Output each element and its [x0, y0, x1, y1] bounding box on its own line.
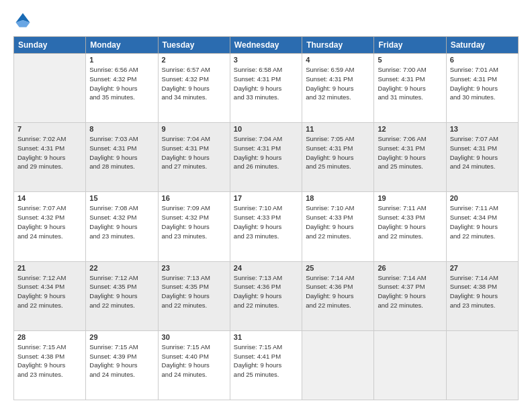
calendar-cell: 22Sunrise: 7:12 AM Sunset: 4:35 PM Dayli…	[86, 261, 158, 330]
day-number: 24	[234, 264, 298, 272]
calendar-cell: 24Sunrise: 7:13 AM Sunset: 4:36 PM Dayli…	[230, 261, 302, 330]
day-info: Sunrise: 7:01 AM Sunset: 4:31 PM Dayligh…	[450, 65, 515, 102]
calendar-cell: 31Sunrise: 7:15 AM Sunset: 4:41 PM Dayli…	[230, 330, 302, 400]
calendar-week-row: 21Sunrise: 7:12 AM Sunset: 4:34 PM Dayli…	[14, 261, 519, 330]
day-info: Sunrise: 6:59 AM Sunset: 4:31 PM Dayligh…	[306, 65, 370, 102]
calendar-cell	[374, 330, 446, 400]
day-info: Sunrise: 7:03 AM Sunset: 4:31 PM Dayligh…	[89, 134, 154, 171]
day-info: Sunrise: 7:14 AM Sunset: 4:36 PM Dayligh…	[306, 273, 370, 310]
day-number: 1	[89, 56, 154, 64]
day-number: 27	[450, 264, 515, 272]
calendar-week-row: 1Sunrise: 6:56 AM Sunset: 4:32 PM Daylig…	[14, 54, 519, 123]
day-info: Sunrise: 7:02 AM Sunset: 4:31 PM Dayligh…	[17, 134, 82, 171]
calendar-week-row: 7Sunrise: 7:02 AM Sunset: 4:31 PM Daylig…	[14, 123, 519, 192]
calendar-week-row: 28Sunrise: 7:15 AM Sunset: 4:38 PM Dayli…	[14, 330, 519, 400]
day-number: 7	[17, 125, 82, 133]
calendar-cell: 12Sunrise: 7:06 AM Sunset: 4:31 PM Dayli…	[374, 123, 446, 192]
calendar-cell: 2Sunrise: 6:57 AM Sunset: 4:32 PM Daylig…	[158, 54, 230, 123]
calendar-cell: 13Sunrise: 7:07 AM Sunset: 4:31 PM Dayli…	[446, 123, 518, 192]
day-info: Sunrise: 7:15 AM Sunset: 4:39 PM Dayligh…	[89, 342, 154, 379]
calendar-cell	[446, 330, 518, 400]
day-number: 16	[162, 194, 226, 202]
day-number: 14	[17, 194, 82, 202]
day-number: 23	[162, 264, 226, 272]
calendar-cell: 11Sunrise: 7:05 AM Sunset: 4:31 PM Dayli…	[302, 123, 374, 192]
col-header-sunday: Sunday	[14, 37, 86, 54]
day-info: Sunrise: 7:10 AM Sunset: 4:33 PM Dayligh…	[306, 203, 370, 240]
day-number: 15	[89, 194, 154, 202]
col-header-saturday: Saturday	[446, 37, 518, 54]
day-number: 3	[234, 56, 298, 64]
day-number: 4	[306, 56, 370, 64]
day-info: Sunrise: 7:12 AM Sunset: 4:34 PM Dayligh…	[17, 273, 82, 310]
day-info: Sunrise: 7:09 AM Sunset: 4:32 PM Dayligh…	[162, 203, 226, 240]
day-info: Sunrise: 7:10 AM Sunset: 4:33 PM Dayligh…	[234, 203, 298, 240]
calendar-header-row: SundayMondayTuesdayWednesdayThursdayFrid…	[14, 37, 519, 54]
calendar-cell: 1Sunrise: 6:56 AM Sunset: 4:32 PM Daylig…	[86, 54, 158, 123]
day-number: 29	[89, 333, 154, 341]
calendar-cell: 10Sunrise: 7:04 AM Sunset: 4:31 PM Dayli…	[230, 123, 302, 192]
day-number: 28	[17, 333, 82, 341]
calendar-cell: 9Sunrise: 7:04 AM Sunset: 4:31 PM Daylig…	[158, 123, 230, 192]
day-number: 13	[450, 125, 515, 133]
col-header-monday: Monday	[86, 37, 158, 54]
calendar-cell: 15Sunrise: 7:08 AM Sunset: 4:32 PM Dayli…	[86, 192, 158, 261]
calendar-cell: 29Sunrise: 7:15 AM Sunset: 4:39 PM Dayli…	[86, 330, 158, 400]
day-info: Sunrise: 6:56 AM Sunset: 4:32 PM Dayligh…	[89, 65, 154, 102]
header	[13, 11, 519, 30]
calendar-cell: 18Sunrise: 7:10 AM Sunset: 4:33 PM Dayli…	[302, 192, 374, 261]
day-info: Sunrise: 7:12 AM Sunset: 4:35 PM Dayligh…	[89, 273, 154, 310]
calendar-cell: 7Sunrise: 7:02 AM Sunset: 4:31 PM Daylig…	[14, 123, 86, 192]
calendar-cell: 3Sunrise: 6:58 AM Sunset: 4:31 PM Daylig…	[230, 54, 302, 123]
col-header-thursday: Thursday	[302, 37, 374, 54]
col-header-wednesday: Wednesday	[230, 37, 302, 54]
calendar-cell: 19Sunrise: 7:11 AM Sunset: 4:33 PM Dayli…	[374, 192, 446, 261]
day-number: 10	[234, 125, 298, 133]
day-number: 5	[378, 56, 442, 64]
day-info: Sunrise: 7:00 AM Sunset: 4:31 PM Dayligh…	[378, 65, 442, 102]
calendar-cell	[302, 330, 374, 400]
day-info: Sunrise: 6:58 AM Sunset: 4:31 PM Dayligh…	[234, 65, 298, 102]
day-info: Sunrise: 7:08 AM Sunset: 4:32 PM Dayligh…	[89, 203, 154, 240]
day-number: 21	[17, 264, 82, 272]
logo-icon	[13, 11, 32, 30]
calendar-cell: 25Sunrise: 7:14 AM Sunset: 4:36 PM Dayli…	[302, 261, 374, 330]
day-info: Sunrise: 7:15 AM Sunset: 4:38 PM Dayligh…	[17, 342, 82, 379]
calendar-cell	[14, 54, 86, 123]
day-info: Sunrise: 7:14 AM Sunset: 4:37 PM Dayligh…	[378, 273, 442, 310]
calendar-table: SundayMondayTuesdayWednesdayThursdayFrid…	[13, 36, 519, 400]
day-number: 30	[162, 333, 226, 341]
day-info: Sunrise: 7:07 AM Sunset: 4:31 PM Dayligh…	[450, 134, 515, 171]
calendar-cell: 6Sunrise: 7:01 AM Sunset: 4:31 PM Daylig…	[446, 54, 518, 123]
day-info: Sunrise: 7:15 AM Sunset: 4:41 PM Dayligh…	[234, 342, 298, 379]
calendar-cell: 23Sunrise: 7:13 AM Sunset: 4:35 PM Dayli…	[158, 261, 230, 330]
day-info: Sunrise: 6:57 AM Sunset: 4:32 PM Dayligh…	[162, 65, 226, 102]
day-number: 18	[306, 194, 370, 202]
day-info: Sunrise: 7:07 AM Sunset: 4:32 PM Dayligh…	[17, 203, 82, 240]
calendar-cell: 5Sunrise: 7:00 AM Sunset: 4:31 PM Daylig…	[374, 54, 446, 123]
day-number: 20	[450, 194, 515, 202]
day-info: Sunrise: 7:13 AM Sunset: 4:35 PM Dayligh…	[162, 273, 226, 310]
day-number: 2	[162, 56, 226, 64]
page: SundayMondayTuesdayWednesdayThursdayFrid…	[0, 0, 532, 411]
calendar-cell: 17Sunrise: 7:10 AM Sunset: 4:33 PM Dayli…	[230, 192, 302, 261]
logo	[13, 11, 35, 30]
col-header-friday: Friday	[374, 37, 446, 54]
calendar-cell: 16Sunrise: 7:09 AM Sunset: 4:32 PM Dayli…	[158, 192, 230, 261]
day-info: Sunrise: 7:11 AM Sunset: 4:34 PM Dayligh…	[450, 203, 515, 240]
day-info: Sunrise: 7:11 AM Sunset: 4:33 PM Dayligh…	[378, 203, 442, 240]
calendar-cell: 4Sunrise: 6:59 AM Sunset: 4:31 PM Daylig…	[302, 54, 374, 123]
day-info: Sunrise: 7:05 AM Sunset: 4:31 PM Dayligh…	[306, 134, 370, 171]
calendar-cell: 30Sunrise: 7:15 AM Sunset: 4:40 PM Dayli…	[158, 330, 230, 400]
calendar-week-row: 14Sunrise: 7:07 AM Sunset: 4:32 PM Dayli…	[14, 192, 519, 261]
day-number: 22	[89, 264, 154, 272]
day-info: Sunrise: 7:15 AM Sunset: 4:40 PM Dayligh…	[162, 342, 226, 379]
day-number: 26	[378, 264, 442, 272]
day-info: Sunrise: 7:04 AM Sunset: 4:31 PM Dayligh…	[234, 134, 298, 171]
calendar-cell: 28Sunrise: 7:15 AM Sunset: 4:38 PM Dayli…	[14, 330, 86, 400]
day-number: 8	[89, 125, 154, 133]
day-number: 19	[378, 194, 442, 202]
day-number: 6	[450, 56, 515, 64]
day-number: 12	[378, 125, 442, 133]
day-number: 11	[306, 125, 370, 133]
